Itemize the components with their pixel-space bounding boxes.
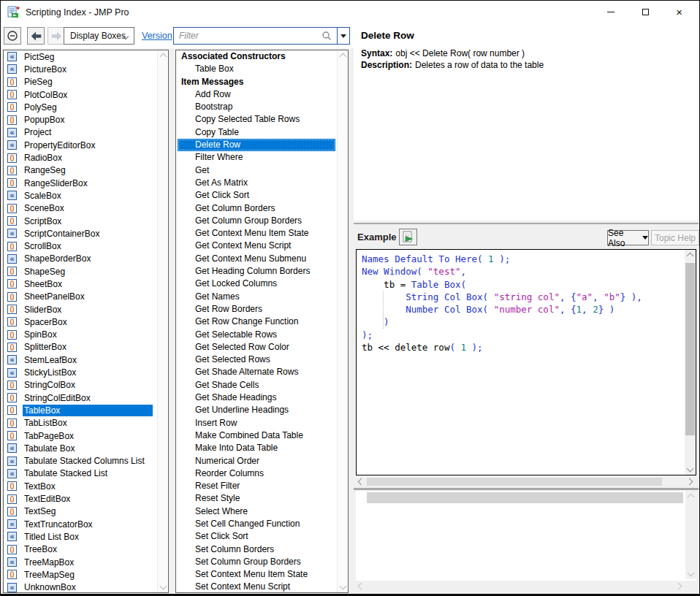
scrollbar-thumb[interactable]: [685, 263, 695, 435]
horizontal-splitter[interactable]: [354, 488, 699, 490]
display-box-item[interactable]: «UnknownBox: [4, 581, 157, 592]
message-list-item[interactable]: Set Cell Changed Function: [176, 518, 337, 530]
message-list-item[interactable]: Get Selected Row Color: [176, 341, 337, 354]
collapse-button[interactable]: [4, 27, 21, 45]
display-box-item[interactable]: «PictureBox: [4, 63, 157, 75]
scrollbar-thumb[interactable]: [367, 478, 662, 486]
message-list-item[interactable]: Reset Filter: [176, 480, 337, 492]
message-list-item[interactable]: Table Box: [176, 63, 337, 75]
message-list-item[interactable]: Select Where: [176, 505, 337, 518]
message-list-item[interactable]: Get: [176, 164, 337, 177]
minimize-button[interactable]: [594, 1, 628, 23]
display-box-item[interactable]: ()TabPageBox: [4, 429, 157, 442]
scroll-up-icon[interactable]: [340, 53, 347, 61]
display-box-item[interactable]: ()TextSeg: [4, 505, 157, 518]
output-horizontal-scrollbar[interactable]: [356, 581, 685, 592]
display-box-item[interactable]: «Tabulate Stacked Columns List: [4, 455, 157, 467]
display-box-list-scrollbar[interactable]: [157, 50, 168, 592]
filter-dropdown-button[interactable]: [337, 28, 349, 44]
message-list-item[interactable]: Get Selectable Rows: [176, 329, 337, 341]
display-box-item[interactable]: «PictSeg: [4, 50, 157, 63]
display-box-item[interactable]: «Tabulate Stacked List: [4, 467, 157, 480]
scroll-down-icon[interactable]: [340, 583, 347, 590]
message-list-item[interactable]: Get Context Menu Script: [176, 240, 337, 252]
category-dropdown[interactable]: Display Boxes: [64, 27, 134, 45]
display-box-item[interactable]: ()TextEditBox: [4, 492, 157, 505]
message-list-item[interactable]: Get Shade Alternate Rows: [176, 366, 337, 378]
message-list-item[interactable]: Insert Row: [176, 417, 337, 429]
display-box-item[interactable]: «Project: [4, 126, 157, 139]
message-list-item[interactable]: Delete Row: [178, 139, 335, 151]
message-list-item[interactable]: Reset Style: [176, 492, 337, 505]
example-code[interactable]: Names Default To Here( 1 );New Window( "…: [362, 253, 682, 473]
display-box-item[interactable]: ()SplitterBox: [4, 341, 157, 354]
scroll-up-icon[interactable]: [160, 53, 167, 61]
message-list-item[interactable]: Get Shade Cells: [176, 379, 337, 391]
display-box-item[interactable]: ()TabListBox: [4, 417, 157, 429]
close-button[interactable]: ×: [662, 1, 696, 23]
display-box-item[interactable]: ()PlotColBox: [4, 88, 157, 101]
display-box-item[interactable]: «PropertyEditorBox: [4, 139, 157, 151]
filter-input[interactable]: [175, 28, 317, 43]
run-script-button[interactable]: [399, 229, 417, 245]
display-box-item[interactable]: ()SpacerBox: [4, 316, 157, 328]
message-list-item[interactable]: Get Context Menu Submenu: [176, 253, 337, 265]
message-list-item[interactable]: Set Click Sort: [176, 530, 337, 543]
message-list-item[interactable]: Get Row Change Function: [176, 316, 337, 328]
display-box-item[interactable]: «ScriptContainerBox: [4, 227, 157, 240]
message-list-item[interactable]: Get Underline Headings: [176, 404, 337, 416]
message-list-scrollbar[interactable]: [337, 50, 348, 592]
display-box-item[interactable]: ()ScrollBox: [4, 240, 157, 252]
display-box-item[interactable]: ()ScriptBox: [4, 215, 157, 227]
scroll-right-icon[interactable]: [675, 583, 682, 590]
display-box-item[interactable]: ()PolySeg: [4, 101, 157, 113]
maximize-button[interactable]: [628, 1, 663, 23]
scroll-up-icon[interactable]: [688, 494, 695, 501]
display-box-item[interactable]: «TextTruncatorBox: [4, 518, 157, 530]
message-list-item[interactable]: Filter Where: [176, 151, 337, 164]
scroll-left-icon[interactable]: [358, 478, 365, 486]
display-box-item[interactable]: ()SliderBox: [4, 303, 157, 316]
see-also-dropdown[interactable]: See Also: [607, 230, 649, 245]
scroll-up-icon[interactable]: [687, 253, 694, 260]
message-list-item[interactable]: Get Heading Column Borders: [176, 265, 337, 278]
display-box-item[interactable]: ()SheetPanelBox: [4, 291, 157, 303]
message-list-item[interactable]: Get As Matrix: [176, 177, 337, 189]
message-list-item[interactable]: Add Row: [176, 88, 337, 101]
message-list-item[interactable]: Get Selected Rows: [176, 354, 337, 366]
message-list-item[interactable]: Get Row Borders: [176, 303, 337, 316]
message-list-item[interactable]: Set Column Borders: [176, 543, 337, 556]
display-box-item[interactable]: ()RadioBox: [4, 151, 157, 164]
message-list-item[interactable]: Get Names: [176, 291, 337, 303]
message-list-item[interactable]: Make Into Data Table: [176, 442, 337, 454]
scroll-right-icon[interactable]: [686, 478, 693, 486]
display-box-item[interactable]: ()SceneBox: [4, 202, 157, 215]
message-list-item[interactable]: Make Combined Data Table: [176, 429, 337, 442]
display-box-item[interactable]: ()StringColBox: [4, 379, 157, 391]
scroll-down-icon[interactable]: [688, 570, 695, 577]
display-box-item[interactable]: «TreeMapBox: [4, 556, 157, 568]
message-list-item[interactable]: Get Locked Columns: [176, 278, 337, 290]
message-list-item[interactable]: Bootstrap: [176, 101, 337, 113]
display-box-item[interactable]: «Tabulate Box: [4, 442, 157, 454]
version-link[interactable]: Version: [142, 31, 172, 41]
display-box-item[interactable]: «StemLeafBox: [4, 354, 157, 366]
scroll-left-icon[interactable]: [358, 583, 365, 590]
display-box-item[interactable]: ()TableBox: [4, 404, 157, 416]
scroll-down-icon[interactable]: [160, 583, 167, 590]
display-box-item[interactable]: ()TreeMapSeg: [4, 568, 157, 581]
code-horizontal-scrollbar[interactable]: [356, 476, 696, 486]
message-list-item[interactable]: Get Context Menu Item State: [176, 227, 337, 240]
display-box-item[interactable]: ()SheetBox: [4, 278, 157, 290]
message-list-item[interactable]: Reorder Columns: [176, 467, 337, 480]
topic-help-button[interactable]: Topic Help: [651, 230, 699, 245]
scroll-down-icon[interactable]: [687, 465, 694, 473]
code-vertical-scrollbar[interactable]: [685, 250, 696, 475]
display-box-item[interactable]: ()RangeSliderBox: [4, 177, 157, 189]
display-box-item[interactable]: «ShapeBorderBox: [4, 253, 157, 265]
message-list-item[interactable]: Get Column Borders: [176, 202, 337, 215]
output-vertical-scrollbar[interactable]: [685, 491, 696, 579]
message-list-item[interactable]: Get Column Group Borders: [176, 215, 337, 227]
display-box-item[interactable]: ()RangeSeg: [4, 164, 157, 177]
message-list-item[interactable]: Numerical Order: [176, 455, 337, 467]
